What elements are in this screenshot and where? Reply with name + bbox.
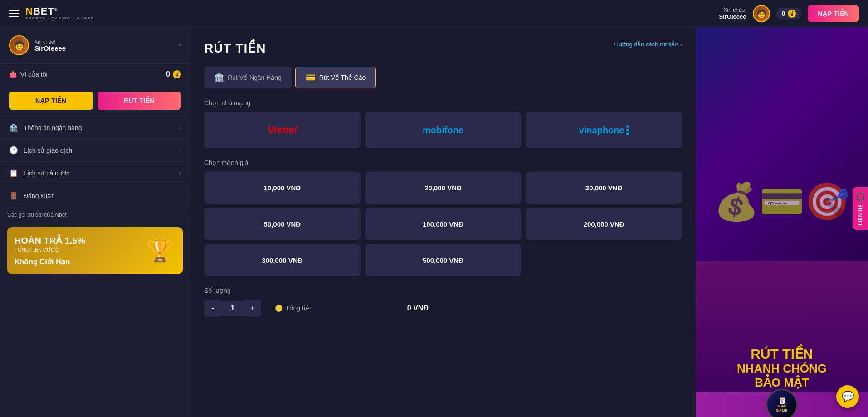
network-card-vinaphone[interactable]: vinaphone [526,112,682,148]
total-label-text: Tổng tiền [285,305,313,312]
qty-row: - + 🪙 Tổng tiền 0 VNĐ [204,300,682,317]
sidebar: 🧑 Xin chào! SirOleeee › 👛 Ví của tôi 0 ₫… [0,27,190,417]
qty-input[interactable] [221,301,244,316]
total-value: 0 VNĐ [407,304,429,312]
denom-card-200k[interactable]: 200,000 VNĐ [526,208,682,240]
denom-card-10k[interactable]: 10,000 VNĐ [204,172,361,204]
sidebar-nap-tien-button[interactable]: NẠP TIỀN [9,92,93,110]
wallet-label-text: Ví của tôi [20,71,48,78]
topnav-right: Xin chào, SirOleeee 🧑 0 ₫ NẠP TIỀN [719,5,859,22]
quantity-label: Số lượng [204,287,682,294]
sidebar-item-bet-history[interactable]: 📋 Lịch sử cá cược › [0,162,190,184]
card-tab-icon: 💳 [306,73,316,82]
logo: NBET© SPORTS · CASINO · GAMES [25,6,94,20]
topnav-avatar: 🧑 [753,5,770,22]
main-layout: 🧑 Xin chào! SirOleeee › 👛 Ví của tôi 0 ₫… [0,27,868,417]
sidebar-username: SirOleeee [34,44,66,52]
guide-link-arrow-icon: › [680,41,682,48]
coin-balance: 0 ₫ [776,8,802,19]
sidebar-promo: HOÀN TRẢ 1.5% TỔNG TIỀN CƯỢC Không Giới … [7,227,183,274]
total-label: 🪙 Tổng tiền [275,305,313,312]
bet-history-chevron-icon: › [179,170,181,177]
denom-card-500k[interactable]: 500,000 VNĐ [365,244,522,276]
sidebar-avatar: 🧑 [9,35,29,55]
sidebar-item-bank-info[interactable]: 🏦 Thông tin ngân hàng › [0,116,190,139]
vinaphone-brand: vinaphone [579,125,624,136]
sidebar-item-label: Lịch sử cá cược [24,170,69,177]
guide-link-text: Hướng dẫn cách rút tiền [614,41,678,48]
promo-note: Các gói ưu đãi của Nbet [0,207,190,220]
topnav-nap-tien-button[interactable]: NẠP TIỀN [808,5,859,22]
sidebar-item-label: Đăng xuất [24,192,53,199]
denom-grid: 10,000 VNĐ 20,000 VNĐ 30,000 VNĐ 50,000 … [204,172,682,276]
tab-card[interactable]: 💳 Rút Về Thẻ Cào [295,67,376,88]
banner-text-area: RÚT TIỀN NHANH CHÓNG BẢO MẬT [696,346,868,390]
wallet-balance: 0 [166,70,170,78]
network-section-label: Chọn nhà mạng [204,99,682,107]
total-area: 🪙 Tổng tiền 0 VNĐ [275,304,429,312]
sidebar-profile[interactable]: 🧑 Xin chào! SirOleeee › [0,27,190,64]
denom-section-label: Chọn mệnh giá [204,159,682,166]
logo-text: NBET© [25,6,58,16]
contact-text: LIÊN HỆ [858,204,863,225]
banner-art: 💰💳🎯 [696,32,868,372]
transaction-chevron-icon: › [179,147,181,154]
history-icon: 🕐 [9,146,18,155]
chat-bubble[interactable]: 💬 [836,385,859,408]
qty-minus-button[interactable]: - [204,300,221,317]
wallet-label: 👛 Ví của tôi [9,71,48,78]
mini-game-badge[interactable]: 🃏 MINIGAME [766,389,798,417]
wallet-value: 0 ₫ [166,70,181,78]
tab-bank[interactable]: 🏛️ Rút Về Ngân Hàng [204,67,292,88]
tab-bank-label: Rút Về Ngân Hàng [228,74,282,81]
denom-card-300k[interactable]: 300,000 VNĐ [204,244,361,276]
denom-card-20k[interactable]: 20,000 VNĐ [365,172,522,204]
bank-tab-icon: 🏛️ [214,73,224,82]
sidebar-rut-tien-button[interactable]: RÚT TIỀN [98,92,181,110]
topnav: NBET© SPORTS · CASINO · GAMES Xin chào, … [0,0,868,27]
vinaphone-logo: vinaphone [579,125,629,136]
logo-sub: SPORTS · CASINO · GAMES [25,16,94,20]
denom-card-100k[interactable]: 100,000 VNĐ [365,208,522,240]
page-title: RÚT TIỀN [204,41,266,56]
banner-subtitle2: BẢO MẬT [705,376,859,390]
sidebar-item-label: Thông tin ngân hàng [24,124,82,131]
greeting-text: Xin chào, [724,7,746,13]
sidebar-item-transaction-history[interactable]: 🕐 Lịch sử giao dịch › [0,139,190,162]
sidebar-user-info: Xin chào! SirOleeee [34,39,66,52]
guide-link[interactable]: Hướng dẫn cách rút tiền › [614,41,682,48]
sidebar-actions: NẠP TIỀN RÚT TIỀN [0,85,190,116]
logout-icon: 🚪 [9,191,18,200]
denom-card-50k[interactable]: 50,000 VNĐ [204,208,361,240]
quantity-section: Số lượng - + 🪙 Tổng tiền 0 VNĐ [204,287,682,317]
sidebar-greeting: Xin chào! [34,39,66,44]
viettel-brand: Viettel [268,124,297,136]
network-card-viettel[interactable]: Viettel [204,112,361,148]
sidebar-wallet: 👛 Ví của tôi 0 ₫ [0,64,190,85]
vinaphone-dot [626,125,629,135]
wallet-icon: 👛 [9,71,17,78]
sidebar-item-label: Lịch sử giao dịch [24,147,72,154]
trophy-icon: 🏆 [146,238,174,263]
coin-icon: ₫ [788,10,796,18]
topnav-balance: 0 [782,10,785,17]
denom-card-30k[interactable]: 30,000 VNĐ [526,172,682,204]
wallet-coin-icon: ₫ [173,70,181,78]
qty-plus-button[interactable]: + [244,300,261,317]
sidebar-item-logout[interactable]: 🚪 Đăng xuất [0,184,190,207]
banner-subtitle1: NHANH CHÓNG [705,362,859,376]
hamburger-menu[interactable] [9,10,19,17]
cards-icon: 🃏 [778,397,786,404]
bet-history-icon: 📋 [9,169,18,177]
banner-title: RÚT TIỀN [705,346,859,362]
topnav-left: NBET© SPORTS · CASINO · GAMES [9,6,94,20]
profile-chevron-icon: › [179,41,181,49]
contact-side[interactable]: 🎧 LIÊN HỆ [853,187,868,230]
page-header: RÚT TIỀN Hướng dẫn cách rút tiền › [204,41,682,56]
tabs: 🏛️ Rút Về Ngân Hàng 💳 Rút Về Thẻ Cào [204,67,682,88]
network-grid: Viettel mobifone vinaphone [204,112,682,148]
banner-decoration: 💰💳🎯 [714,180,850,223]
network-card-mobifone[interactable]: mobifone [365,112,522,148]
bank-info-chevron-icon: › [179,124,181,131]
chat-icon: 💬 [842,391,854,402]
